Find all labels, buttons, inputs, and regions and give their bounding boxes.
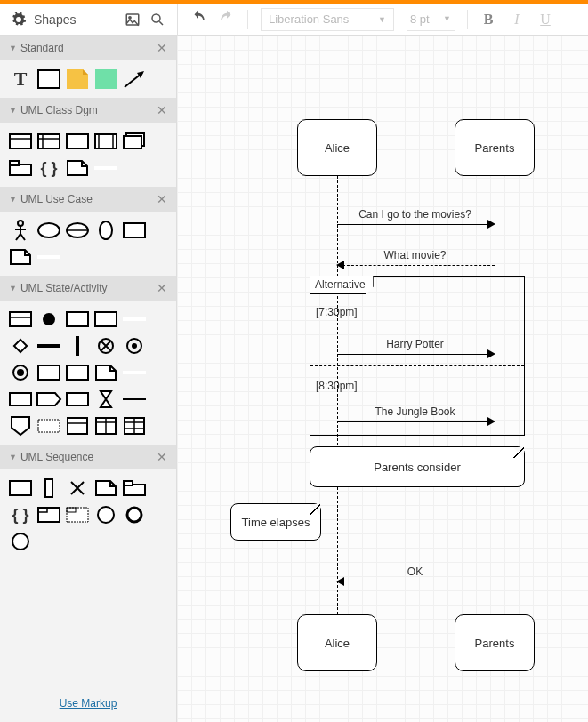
constraint-shape[interactable]: { } xyxy=(37,158,60,178)
msg-jungle[interactable]: The Jungle Book xyxy=(342,405,488,418)
act-note-shape[interactable] xyxy=(94,363,117,382)
close-icon[interactable]: ✕ xyxy=(157,450,167,464)
flow-final-shape[interactable] xyxy=(94,336,117,356)
search-icon[interactable] xyxy=(149,11,166,28)
fragment-shape[interactable] xyxy=(37,505,60,525)
hbar-shape[interactable] xyxy=(37,336,60,356)
vbar-shape[interactable] xyxy=(66,336,89,356)
note-time-elapses[interactable]: Time elapses xyxy=(230,503,321,541)
close-icon[interactable]: ✕ xyxy=(157,192,167,206)
state-rect-shape[interactable] xyxy=(66,309,89,329)
package-shape[interactable] xyxy=(9,158,32,178)
circle-bold-shape[interactable] xyxy=(123,505,146,525)
undo-button[interactable] xyxy=(190,10,206,28)
diagram-canvas[interactable]: Alice Parents Can I go to the movies? Wh… xyxy=(177,36,588,722)
msg-hp[interactable]: Harry Potter xyxy=(342,338,488,350)
act-rect-shape[interactable] xyxy=(37,363,60,382)
datastore-shape[interactable] xyxy=(37,416,60,436)
image-icon[interactable] xyxy=(124,11,141,28)
class3-shape[interactable] xyxy=(37,132,60,151)
actor-alice-top[interactable]: Alice xyxy=(297,119,377,176)
swimlane-grid-shape[interactable] xyxy=(123,416,146,436)
arrow-shape[interactable] xyxy=(123,69,146,89)
swimlane-h-shape[interactable] xyxy=(66,416,89,436)
active-class-shape[interactable] xyxy=(94,132,117,151)
uc-note-shape[interactable] xyxy=(9,247,32,267)
circle-shape[interactable] xyxy=(94,505,117,525)
send-signal-shape[interactable] xyxy=(9,389,32,409)
act-rect2-shape[interactable] xyxy=(66,363,89,382)
rect-shape[interactable] xyxy=(37,69,60,89)
brackets-shape[interactable]: { } xyxy=(9,505,32,525)
chevron-down-icon: ▼ xyxy=(443,14,451,23)
close-icon[interactable]: ✕ xyxy=(157,281,167,295)
svg-point-29 xyxy=(100,221,112,239)
seq-package-shape[interactable] xyxy=(123,478,146,498)
section-uml-class[interactable]: ▼ UML Class Dgm ✕ xyxy=(0,98,176,123)
svg-rect-48 xyxy=(38,365,60,380)
msg-what-movie[interactable]: What movie? xyxy=(342,249,488,261)
actor-parents-bottom[interactable]: Parents xyxy=(455,614,535,671)
msg-ok[interactable]: OK xyxy=(342,566,488,578)
underline-button[interactable]: U xyxy=(537,12,553,28)
history-shape[interactable] xyxy=(123,336,146,356)
alt-label: Alternative xyxy=(310,276,374,294)
font-size-select[interactable]: 8 pt ▼ xyxy=(407,8,455,31)
shield-shape[interactable] xyxy=(9,416,32,436)
simple-class-shape[interactable] xyxy=(66,132,89,151)
topbar: Shapes Liberation Sans ▼ 8 pt ▼ B I U xyxy=(0,4,588,36)
gear-icon[interactable] xyxy=(11,12,27,28)
lifeline-shape[interactable] xyxy=(9,478,32,498)
state-line-shape[interactable] xyxy=(123,309,146,329)
note-parents-consider[interactable]: Parents consider xyxy=(310,446,525,487)
actor-parents-top[interactable]: Parents xyxy=(455,119,535,176)
destroy-shape[interactable] xyxy=(66,478,89,498)
initial-shape[interactable] xyxy=(37,309,60,329)
msg-can-i-go[interactable]: Can I go to the movies? xyxy=(342,208,488,221)
redo-button[interactable] xyxy=(219,10,235,28)
state-rect2-shape[interactable] xyxy=(94,309,117,329)
fragment2-shape[interactable] xyxy=(66,505,89,525)
section-standard[interactable]: ▼ Standard ✕ xyxy=(0,36,176,60)
hourglass-shape[interactable] xyxy=(94,389,117,409)
section-uml-state[interactable]: ▼ UML State/Activity ✕ xyxy=(0,276,176,301)
actor-alice-bottom[interactable]: Alice xyxy=(297,614,377,671)
decision-shape[interactable] xyxy=(9,336,32,356)
svg-rect-35 xyxy=(67,312,88,326)
line-shape[interactable] xyxy=(94,158,117,178)
chevron-down-icon: ▼ xyxy=(9,106,17,115)
act-line-shape[interactable] xyxy=(123,363,146,382)
close-icon[interactable]: ✕ xyxy=(157,103,167,117)
ellipse-vert-shape[interactable] xyxy=(94,221,117,240)
final-shape[interactable] xyxy=(9,363,32,382)
usecase-shape[interactable] xyxy=(37,221,60,240)
note-yellow-shape[interactable] xyxy=(66,69,89,89)
receive-signal-shape[interactable] xyxy=(37,389,60,409)
object-flow-shape[interactable] xyxy=(66,389,89,409)
note-green-shape[interactable] xyxy=(94,69,117,89)
section-uml-usecase[interactable]: ▼ UML Use Case ✕ xyxy=(0,187,176,212)
actor-shape[interactable] xyxy=(9,221,32,240)
italic-button[interactable]: I xyxy=(509,12,525,28)
font-select[interactable]: Liberation Sans ▼ xyxy=(261,8,394,31)
chevron-down-icon: ▼ xyxy=(9,44,17,52)
section-uml-sequence[interactable]: ▼ UML Sequence ✕ xyxy=(0,445,176,469)
usecase-ext-shape[interactable] xyxy=(66,221,89,240)
system-shape[interactable] xyxy=(123,221,146,240)
use-markup-link[interactable]: Use Markup xyxy=(0,688,176,722)
straight-line-shape[interactable] xyxy=(123,389,146,409)
bold-button[interactable]: B xyxy=(480,12,496,28)
multi-object-shape[interactable] xyxy=(123,132,146,151)
text-shape[interactable]: T xyxy=(9,69,32,89)
activation-shape[interactable] xyxy=(37,478,60,498)
swimlane-v-shape[interactable] xyxy=(94,416,117,436)
state-shape[interactable] xyxy=(9,309,32,329)
circle2-shape[interactable] xyxy=(9,532,32,551)
uc-line-shape[interactable] xyxy=(37,247,60,267)
svg-rect-4 xyxy=(95,69,117,89)
seq-note-shape[interactable] xyxy=(94,478,117,498)
note-shape[interactable] xyxy=(66,158,89,178)
close-icon[interactable]: ✕ xyxy=(157,41,167,55)
svg-point-75 xyxy=(12,533,28,550)
class-shape[interactable] xyxy=(9,132,32,151)
